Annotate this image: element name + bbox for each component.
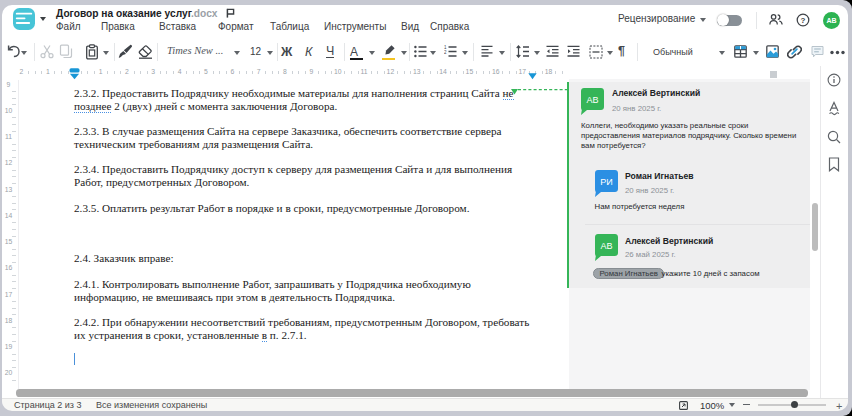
svg-text:?: ?	[801, 16, 806, 25]
svg-text:2: 2	[444, 50, 447, 55]
svg-text:АВ: АВ	[586, 95, 598, 105]
svg-text:РИ: РИ	[600, 177, 612, 187]
svg-text:АВ: АВ	[600, 241, 612, 251]
